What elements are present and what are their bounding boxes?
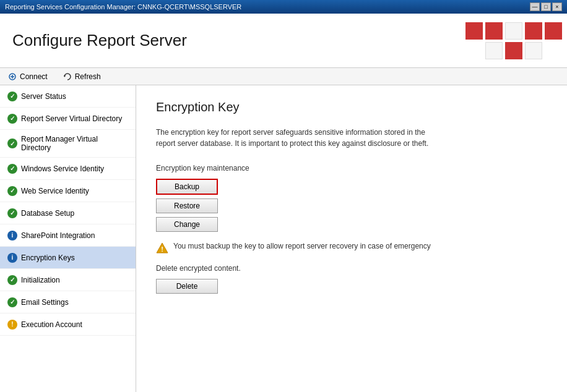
sidebar-label-email-settings: Email Settings xyxy=(21,298,69,307)
sidebar-item-database-setup[interactable]: ✓ Database Setup xyxy=(0,202,136,224)
sidebar-item-windows-service-identity[interactable]: ✓ Windows Service Identity xyxy=(0,158,136,180)
restore-button[interactable]: Restore xyxy=(156,198,218,213)
status-icon-green-2: ✓ xyxy=(7,114,17,124)
refresh-icon xyxy=(63,72,72,82)
logo-blocks xyxy=(465,22,567,59)
connect-label: Connect xyxy=(20,72,48,81)
status-icon-green-4: ✓ xyxy=(7,164,17,174)
logo-block-7 xyxy=(485,42,503,59)
logo-block-8 xyxy=(505,42,522,59)
title-bar-text: Reporting Services Configuration Manager… xyxy=(5,3,241,11)
status-icon-blue-2: i xyxy=(7,253,17,263)
sidebar-item-initialization[interactable]: ✓ Initialization xyxy=(0,269,136,291)
main-layout: ✓ Server Status ✓ Report Server Virtual … xyxy=(0,85,567,392)
sidebar-label-server-status: Server Status xyxy=(21,92,66,101)
sidebar-item-sharepoint-integration[interactable]: i SharePoint Integration xyxy=(0,224,136,247)
warning-icon: ! xyxy=(156,242,168,254)
status-icon-green-7: ✓ xyxy=(7,275,17,285)
logo-block-6 xyxy=(465,42,483,59)
svg-text:!: ! xyxy=(161,245,163,253)
sidebar: ✓ Server Status ✓ Report Server Virtual … xyxy=(0,85,136,392)
logo-block-4 xyxy=(525,22,542,40)
maximize-button[interactable]: □ xyxy=(541,2,551,11)
logo-block-2 xyxy=(485,22,503,40)
backup-button[interactable]: Backup xyxy=(156,179,218,195)
logo-block-1 xyxy=(465,22,483,40)
logo-block-10 xyxy=(545,42,562,59)
status-icon-green-6: ✓ xyxy=(7,208,17,218)
sidebar-item-email-settings[interactable]: ✓ Email Settings xyxy=(0,291,136,313)
sidebar-label-web-service-identity: Web Service Identity xyxy=(21,187,89,195)
sidebar-item-web-service-identity[interactable]: ✓ Web Service Identity xyxy=(0,180,136,202)
warning-row: ! You must backup the key to allow repor… xyxy=(156,242,547,254)
sidebar-item-encryption-keys[interactable]: i Encryption Keys xyxy=(0,247,136,269)
sidebar-label-windows-service-identity: Windows Service Identity xyxy=(21,164,104,173)
sidebar-label-report-server-vd: Report Server Virtual Directory xyxy=(21,114,122,123)
status-icon-green-8: ✓ xyxy=(7,297,17,307)
logo-block-5 xyxy=(545,22,562,40)
refresh-button[interactable]: Refresh xyxy=(60,70,103,83)
logo-block-3 xyxy=(505,22,522,40)
change-button[interactable]: Change xyxy=(156,217,218,232)
status-icon-green-3: ✓ xyxy=(7,138,17,148)
warning-text: You must backup the key to allow report … xyxy=(173,242,431,250)
content-description: The encryption key for report server saf… xyxy=(156,127,441,149)
maintenance-label: Encryption key maintenance xyxy=(156,164,547,173)
logo-block-9 xyxy=(525,42,542,59)
content-area: Encryption Key The encryption key for re… xyxy=(136,85,567,392)
toolbar: Connect Refresh xyxy=(0,68,567,85)
close-button[interactable]: × xyxy=(552,2,562,11)
sidebar-label-initialization: Initialization xyxy=(21,276,60,284)
sidebar-item-report-server-virtual-directory[interactable]: ✓ Report Server Virtual Directory xyxy=(0,108,136,130)
connect-button[interactable]: Connect xyxy=(5,70,50,83)
status-icon-green-5: ✓ xyxy=(7,186,17,196)
sidebar-label-encryption-keys: Encryption Keys xyxy=(21,254,75,262)
sidebar-label-sharepoint-integration: SharePoint Integration xyxy=(21,231,95,240)
sidebar-item-report-manager-virtual-directory[interactable]: ✓ Report Manager Virtual Directory xyxy=(0,130,136,158)
app-title: Configure Report Server xyxy=(12,31,187,50)
delete-section-label: Delete encrypted content. xyxy=(156,264,547,273)
refresh-label: Refresh xyxy=(75,72,101,81)
content-title: Encryption Key xyxy=(156,100,547,114)
minimize-button[interactable]: — xyxy=(530,2,540,11)
status-icon-green: ✓ xyxy=(7,92,17,101)
header-logo xyxy=(431,14,567,67)
connect-icon xyxy=(7,72,17,82)
sidebar-label-database-setup: Database Setup xyxy=(21,209,74,218)
title-bar: Reporting Services Configuration Manager… xyxy=(0,0,567,14)
title-bar-buttons: — □ × xyxy=(530,2,562,11)
sidebar-item-server-status[interactable]: ✓ Server Status xyxy=(0,85,136,108)
sidebar-label-report-manager-vd: Report Manager Virtual Directory xyxy=(21,135,128,152)
delete-button[interactable]: Delete xyxy=(156,279,218,294)
status-icon-warning: ! xyxy=(7,320,17,330)
sidebar-item-execution-account[interactable]: ! Execution Account xyxy=(0,313,136,336)
app-header: Configure Report Server xyxy=(0,14,567,68)
sidebar-label-execution-account: Execution Account xyxy=(21,320,82,329)
status-icon-blue-1: i xyxy=(7,231,17,241)
